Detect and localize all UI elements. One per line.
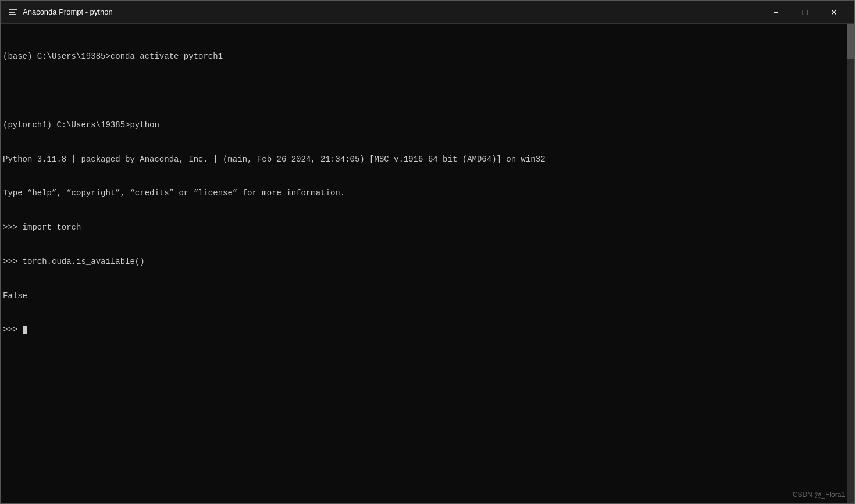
app-icon: [8, 7, 18, 17]
window-controls: − □ ✕: [763, 3, 847, 22]
watermark: CSDN @_Flora1: [793, 491, 845, 499]
console-line-1: (base) C:\Users\19385>conda activate pyt…: [3, 51, 852, 63]
scrollbar-thumb[interactable]: [847, 24, 854, 59]
console-line-2: [3, 85, 852, 97]
title-bar: Anaconda Prompt - python − □ ✕: [1, 1, 854, 24]
maximize-button[interactable]: □: [792, 3, 818, 22]
console-line-8: False: [3, 291, 852, 302]
cursor: [23, 326, 27, 334]
scrollbar[interactable]: [847, 24, 854, 503]
window-title: Anaconda Prompt - python: [23, 8, 763, 16]
console-output: (base) C:\Users\19385>conda activate pyt…: [1, 24, 854, 363]
console-line-7: >>> torch.cuda.is_available(): [3, 256, 852, 268]
console-area[interactable]: (base) C:\Users\19385>conda activate pyt…: [1, 24, 854, 503]
minimize-button[interactable]: −: [763, 3, 789, 22]
console-line-4: Python 3.11.8 | packaged by Anaconda, In…: [3, 154, 852, 166]
close-button[interactable]: ✕: [821, 3, 847, 22]
anaconda-prompt-window: Anaconda Prompt - python − □ ✕ (base) C:…: [0, 0, 855, 504]
console-line-6: >>> import torch: [3, 222, 852, 234]
console-line-3: (pytorch1) C:\Users\19385>python: [3, 120, 852, 131]
console-line-5: Type “help”, “copyright”, “credits” or “…: [3, 188, 852, 199]
svg-rect-1: [9, 9, 17, 10]
svg-rect-2: [9, 12, 15, 13]
svg-rect-3: [9, 14, 16, 15]
console-line-9: >>>: [3, 324, 852, 336]
